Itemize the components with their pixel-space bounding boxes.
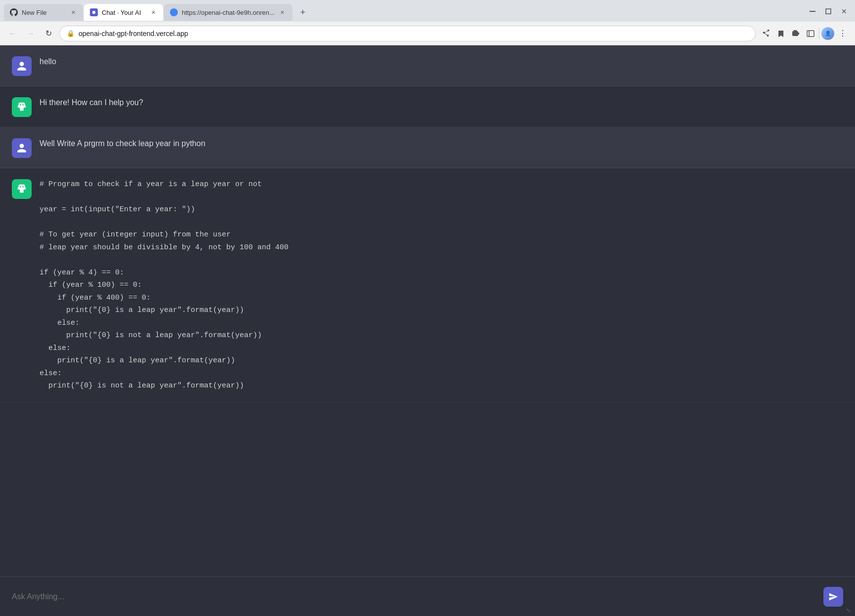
toolbar-separator (819, 28, 819, 39)
sidebar-toggle-icon[interactable] (804, 27, 817, 40)
svg-rect-11 (19, 185, 25, 190)
tab-bar: New File ✕ Chat · Your AI ✕ https://open… (0, 0, 855, 22)
omnibox-bar: ← → ↻ 🔒 openai-chat-gpt-frontend.vercel.… (0, 22, 855, 45)
user-avatar-1 (12, 56, 32, 76)
tab-openai-label: https://openai-chat-9e9h.onren... (182, 9, 275, 16)
chat-favicon-icon (90, 8, 98, 16)
browser-chrome: New File ✕ Chat · Your AI ✕ https://open… (0, 0, 855, 45)
window-controls: ✕ (806, 4, 851, 20)
close-button[interactable]: ✕ (837, 4, 851, 18)
share-icon[interactable] (760, 27, 773, 40)
svg-point-16 (22, 186, 24, 188)
user-avatar-3 (12, 138, 32, 158)
svg-rect-6 (18, 105, 19, 108)
svg-rect-8 (20, 108, 23, 111)
reload-button[interactable]: ↻ (41, 27, 55, 40)
svg-point-0 (92, 11, 95, 14)
tab-openai-close[interactable]: ✕ (279, 8, 286, 16)
tab-new-file-label: New File (22, 9, 65, 16)
message-text-1: hello (40, 55, 843, 68)
resize-handle-icon: ⤡ (846, 607, 851, 614)
lock-icon: 🔒 (67, 30, 75, 37)
forward-button[interactable]: → (24, 27, 38, 40)
tab-new-file[interactable]: New File ✕ (4, 4, 83, 21)
tab-new-file-close[interactable]: ✕ (69, 8, 77, 16)
message-row-3: Well Write A prgrm to check leap year in… (0, 127, 855, 168)
bot-avatar-4 (12, 179, 32, 199)
message-body-2: Hi there! How can I help you? (40, 98, 143, 107)
address-bar[interactable]: 🔒 openai-chat-gpt-frontend.vercel.app (59, 26, 756, 41)
url-text: openai-chat-gpt-frontend.vercel.app (79, 30, 748, 38)
message-row-4: # Program to check if a year is a leap y… (0, 168, 855, 403)
message-row-2: Hi there! How can I help you? (0, 86, 855, 127)
maximize-button[interactable] (821, 4, 835, 18)
bookmark-icon[interactable] (774, 27, 787, 40)
web-favicon-icon (170, 8, 178, 16)
message-text-4: # Program to check if a year is a leap y… (40, 178, 843, 392)
github-favicon-icon (10, 8, 18, 16)
send-button[interactable] (823, 587, 843, 607)
browser-menu-button[interactable]: ⋮ (836, 27, 849, 40)
svg-rect-5 (19, 103, 25, 108)
svg-point-10 (22, 104, 24, 106)
tab-chat-ai-close[interactable]: ✕ (149, 8, 157, 16)
svg-rect-3 (807, 31, 814, 37)
svg-rect-7 (25, 105, 26, 108)
bot-avatar-2 (12, 97, 32, 117)
back-button[interactable]: ← (6, 27, 20, 40)
chat-container: hello Hi there! How can I help you? Well… (0, 45, 855, 577)
svg-rect-2 (826, 9, 831, 14)
minimize-button[interactable] (806, 4, 819, 18)
tab-chat-ai-label: Chat · Your AI (102, 9, 145, 16)
extensions-icon[interactable] (789, 27, 802, 40)
svg-rect-12 (18, 187, 19, 190)
message-body-1: hello (40, 57, 56, 66)
svg-rect-13 (25, 187, 26, 190)
svg-rect-14 (20, 190, 23, 193)
message-text-2: Hi there! How can I help you? (40, 96, 843, 109)
profile-avatar[interactable]: 👤 (821, 27, 834, 40)
svg-point-9 (20, 104, 21, 106)
input-bar: ⤡ (0, 577, 855, 616)
svg-point-15 (20, 186, 21, 188)
svg-rect-1 (810, 11, 815, 12)
new-tab-button[interactable]: + (295, 5, 310, 20)
message-body-3: Well Write A prgrm to check leap year in… (40, 139, 205, 148)
toolbar-actions: 👤 ⋮ (760, 27, 849, 40)
chat-input[interactable] (12, 592, 817, 601)
message-text-3: Well Write A prgrm to check leap year in… (40, 137, 843, 150)
tab-chat-ai[interactable]: Chat · Your AI ✕ (84, 4, 163, 21)
message-row-1: hello (0, 45, 855, 86)
tab-openai[interactable]: https://openai-chat-9e9h.onren... ✕ (164, 4, 292, 21)
